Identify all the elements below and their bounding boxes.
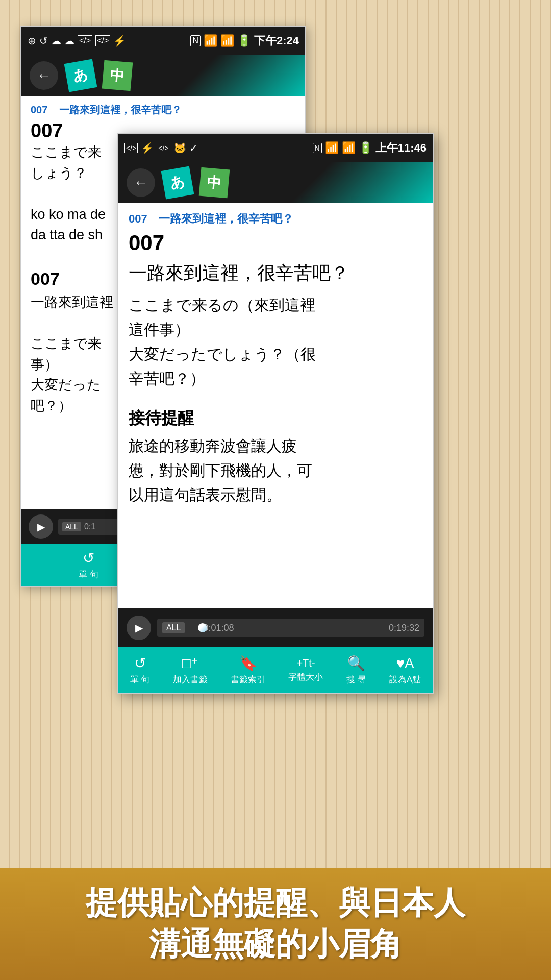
play-button-back[interactable]: ▶ xyxy=(29,514,53,539)
time-elapsed-back: 0:1 xyxy=(84,522,95,531)
entry-japanese-front: ここまで来るの（來到這裡 這件事） 大変だったでしょう？（很 辛苦吧？） xyxy=(129,293,422,391)
nfc-icon-back: N xyxy=(190,35,201,46)
toolbar-item-search[interactable]: 🔍 搜 尋 xyxy=(346,655,366,685)
code-icon2: </> xyxy=(95,35,110,46)
usb-icon-front: ⚡ xyxy=(141,142,154,154)
status-icons-left-front: </> ⚡ </> 🐱 ✓ xyxy=(124,142,198,154)
single-icon-back: ↺ xyxy=(83,550,94,567)
bookmark-index-icon: 🔖 xyxy=(239,655,257,672)
check-icon-front: ✓ xyxy=(189,142,198,154)
player-front: ▶ ALL 0:01:08 0:19:32 xyxy=(118,608,433,647)
note-body-front: 旅途的移動奔波會讓人疲 憊，對於剛下飛機的人，可 以用這句話表示慰問。 xyxy=(129,434,422,507)
time-total-front: 0:19:32 xyxy=(389,623,419,633)
signal-icon-front: 📶 xyxy=(342,141,356,155)
search-label: 搜 尋 xyxy=(346,674,366,685)
play-button-front[interactable]: ▶ xyxy=(127,616,151,640)
code-icon-front2: </> xyxy=(157,143,170,153)
cloud-icon2: ☁ xyxy=(64,35,74,47)
status-icons-right-front: N 📶 📶 🔋 上午11:46 xyxy=(313,140,427,156)
font-size-icon: +Tt- xyxy=(296,657,315,669)
player-track-front: ALL 0:01:08 0:19:32 xyxy=(157,619,424,637)
single-label-front: 單 句 xyxy=(130,674,150,685)
status-time-front: 上午11:46 xyxy=(375,140,427,156)
code-icon1: </> xyxy=(78,35,92,46)
set-point-label: 設為A點 xyxy=(389,674,421,685)
search-icon: 🔍 xyxy=(347,655,365,672)
status-time-back: 下午2:24 xyxy=(254,33,299,48)
toolbar-front: ↺ 單 句 □⁺ 加入書籤 🔖 書籤索引 +Tt- 字體大小 🔍 搜 尋 ♥A … xyxy=(118,647,433,693)
wifi-icon-back: 📶 xyxy=(204,34,217,47)
battery-icon-front: 🔋 xyxy=(359,141,372,155)
set-point-icon: ♥A xyxy=(396,655,414,672)
back-arrow-icon-back: ← xyxy=(37,67,51,84)
app-header-front: ← あ 中 xyxy=(118,162,433,203)
lang-badge-zh-back[interactable]: 中 xyxy=(102,60,133,91)
font-size-label: 字體大小 xyxy=(288,671,323,683)
content-area-front: 007 一路來到這裡，很辛苦吧？ 007 一路來到這裡，很辛苦吧？ ここまで来る… xyxy=(118,203,433,608)
time-elapsed-front: 0:01:08 xyxy=(203,623,234,633)
bookmark-add-label-front: 加入書籤 xyxy=(173,674,208,685)
bookmark-add-icon-front: □⁺ xyxy=(182,655,198,672)
status-icons-right-back: N 📶 📶 🔋 下午2:24 xyxy=(190,33,299,48)
usb-icon: ⚡ xyxy=(113,35,126,47)
status-bar-back: ⊕ ↺ ☁ ☁ </> </> ⚡ N 📶 📶 🔋 下午2:24 xyxy=(21,27,305,55)
all-label-front: ALL xyxy=(162,622,185,633)
cloud-icon1: ☁ xyxy=(51,35,61,47)
add-icon: ⊕ xyxy=(28,35,36,47)
progress-dot xyxy=(198,623,207,632)
entry-chinese-front: 一路來到這裡，很辛苦吧？ xyxy=(129,259,422,287)
single-label-back: 單 句 xyxy=(79,569,98,580)
toolbar-item-single-front[interactable]: ↺ 單 句 xyxy=(130,655,150,685)
toolbar-item-single-back[interactable]: ↺ 單 句 xyxy=(79,550,98,580)
all-label-back: ALL xyxy=(62,522,81,531)
back-arrow-icon-front: ← xyxy=(134,175,148,191)
screenshot-front: </> ⚡ </> 🐱 ✓ N 📶 📶 🔋 上午11:46 ← あ 中 007 … xyxy=(117,133,434,694)
code-icon-front1: </> xyxy=(124,143,138,153)
single-icon-front: ↺ xyxy=(134,655,146,672)
status-icons-left-back: ⊕ ↺ ☁ ☁ </> </> ⚡ xyxy=(28,35,126,47)
lang-badge-zh-front[interactable]: 中 xyxy=(199,167,230,199)
toolbar-item-font-size[interactable]: +Tt- 字體大小 xyxy=(288,657,323,683)
cat-icon-front: 🐱 xyxy=(173,142,186,154)
toolbar-item-bookmark-front[interactable]: □⁺ 加入書籤 xyxy=(173,655,208,685)
toolbar-item-set-point[interactable]: ♥A 設為A點 xyxy=(389,655,421,685)
status-bar-front: </> ⚡ </> 🐱 ✓ N 📶 📶 🔋 上午11:46 xyxy=(118,134,433,162)
signal-icon-back: 📶 xyxy=(220,34,234,47)
toolbar-item-bookmark-index[interactable]: 🔖 書籤索引 xyxy=(231,655,265,685)
entry-header-back: 007 一路來到這裡，很辛苦吧？ xyxy=(31,103,296,117)
bookmark-index-label: 書籤索引 xyxy=(231,674,265,685)
lang-badge-ja-front[interactable]: あ xyxy=(161,166,194,200)
lang-badge-ja-back[interactable]: あ xyxy=(64,59,97,92)
entry-header-front: 007 一路來到這裡，很辛苦吧？ xyxy=(129,211,422,227)
back-button-front[interactable]: ← xyxy=(127,168,155,197)
note-title-front: 接待提醒 xyxy=(129,407,422,430)
nfc-icon-front: N xyxy=(313,143,322,153)
battery-icon-back: 🔋 xyxy=(237,34,251,47)
banner-text: 提供貼心的提醒、與日本人 溝通無礙的小眉角 xyxy=(86,883,465,965)
back-button-back[interactable]: ← xyxy=(30,61,58,90)
bottom-banner: 提供貼心的提醒、與日本人 溝通無礙的小眉角 xyxy=(0,868,551,980)
app-header-back: ← あ 中 xyxy=(21,55,305,96)
wifi-icon-front: 📶 xyxy=(325,141,339,155)
refresh-icon: ↺ xyxy=(39,35,48,47)
entry-number-front: 007 xyxy=(129,231,422,255)
